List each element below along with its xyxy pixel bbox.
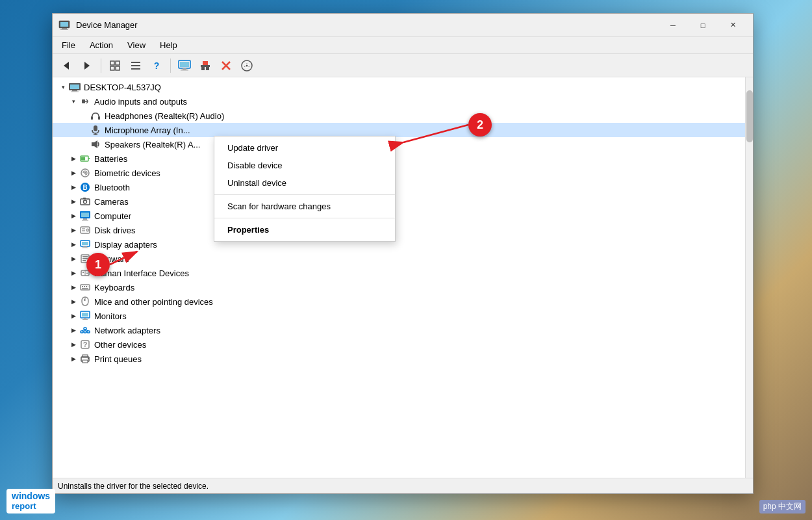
svg-rect-16 [181, 70, 188, 71]
hid-expander[interactable]: ▶ [68, 268, 79, 278]
svg-rect-42 [81, 157, 85, 161]
device-manager-window: Device Manager ─ □ ✕ File Action View He… [52, 13, 754, 494]
svg-rect-11 [131, 65, 140, 66]
context-update-driver[interactable]: Update driver [214, 139, 395, 157]
view-grid2-button[interactable] [126, 57, 146, 75]
root-label: DESKTOP-4L537JQ [84, 83, 161, 92]
mice-icon [79, 295, 92, 308]
context-disable-device[interactable]: Disable device [214, 157, 395, 174]
tree-item-speakers[interactable]: Speakers (Realtek(R) A... [53, 137, 745, 151]
batteries-expander[interactable]: ▶ [68, 153, 79, 164]
print-expander[interactable]: ▶ [68, 354, 79, 364]
keyboards-expander[interactable]: ▶ [68, 282, 79, 292]
svg-rect-52 [81, 213, 89, 217]
svg-marker-5 [84, 62, 90, 70]
toolbar-sep-1 [101, 58, 101, 73]
speakers-label: Speakers (Realtek(R) A... [105, 140, 200, 150]
svg-rect-2 [62, 28, 67, 29]
display-icon [79, 238, 92, 251]
minimize-button[interactable]: ─ [658, 15, 688, 36]
download-button[interactable] [237, 57, 257, 75]
menu-action[interactable]: Action [83, 39, 120, 51]
svg-rect-55 [81, 227, 90, 233]
root-expander[interactable]: ▾ [58, 82, 68, 92]
back-button[interactable] [57, 57, 76, 75]
tree-panel[interactable]: ▾ DESKTOP-4L537JQ ▾ [53, 77, 745, 478]
svg-rect-20 [203, 61, 208, 65]
svg-rect-38 [92, 142, 94, 146]
headphones-expander [79, 110, 89, 121]
svg-rect-71 [86, 272, 88, 272]
tree-item-computer[interactable]: ▶ Computer [53, 209, 745, 223]
tree-root[interactable]: ▾ DESKTOP-4L537JQ [53, 80, 745, 94]
network-expander[interactable]: ▶ [68, 325, 79, 335]
computer-expander[interactable]: ▶ [68, 211, 79, 221]
tree-item-batteries[interactable]: ▶ Batteries [53, 151, 745, 166]
tree-item-audio[interactable]: ▾ Audio inputs and outputs [53, 94, 745, 109]
biometric-label: Biometric devices [94, 168, 160, 178]
display-label: Display adapters [94, 240, 157, 250]
display-expander[interactable]: ▶ [68, 239, 79, 250]
forward-button[interactable] [77, 57, 97, 75]
tree-item-biometric[interactable]: ▶ Biometric devices [53, 166, 745, 180]
svg-rect-62 [83, 246, 87, 248]
bluetooth-expander[interactable]: ▶ [68, 182, 79, 192]
menu-file[interactable]: File [55, 39, 82, 51]
svg-rect-29 [70, 84, 79, 89]
monitors-expander[interactable]: ▶ [68, 311, 79, 321]
svg-marker-4 [64, 62, 69, 70]
other-icon: ? [79, 338, 92, 351]
tree-item-firmware[interactable]: ▶ Firmware [53, 252, 745, 266]
context-scan-hardware[interactable]: Scan for hardware changes [214, 198, 395, 215]
monitor-button[interactable] [175, 57, 194, 75]
other-expander[interactable]: ▶ [68, 339, 79, 350]
close-button[interactable]: ✕ [718, 15, 748, 36]
scrollbar-thumb[interactable] [746, 90, 753, 142]
biometric-expander[interactable]: ▶ [68, 168, 79, 178]
svg-rect-76 [86, 286, 87, 287]
scrollbar-track[interactable] [745, 77, 753, 478]
network-label: Network adapters [94, 326, 160, 335]
svg-rect-34 [98, 116, 100, 120]
mic-expander [79, 125, 89, 135]
menu-help[interactable]: Help [153, 39, 184, 51]
tree-item-mice[interactable]: ▶ Mice and other pointing devices [53, 294, 745, 309]
maximize-button[interactable]: □ [688, 15, 718, 36]
tree-item-print[interactable]: ▶ Print queues [53, 352, 745, 366]
svg-rect-54 [82, 220, 88, 221]
svg-rect-31 [71, 92, 79, 92]
tree-item-monitors[interactable]: ▶ Monitors [53, 309, 745, 323]
tree-item-cameras[interactable]: ▶ Cameras [53, 194, 745, 209]
diskdrives-expander[interactable]: ▶ [68, 225, 79, 235]
tree-item-hid[interactable]: ▶ Human Interface Devices [53, 266, 745, 280]
batteries-icon [79, 152, 92, 165]
help-button[interactable]: ? [147, 57, 166, 75]
svg-rect-83 [84, 318, 86, 319]
tree-item-headphones[interactable]: Headphones (Realtek(R) Audio) [53, 109, 745, 123]
tree-item-keyboards[interactable]: ▶ Keyboards [53, 280, 745, 294]
svg-rect-8 [110, 66, 114, 70]
tree-item-display[interactable]: ▶ Display adapters [53, 237, 745, 252]
menu-view[interactable]: View [121, 39, 152, 51]
mice-expander[interactable]: ▶ [68, 296, 79, 307]
tree-item-bluetooth[interactable]: ▶ B Bluetooth [53, 180, 745, 194]
tree-item-diskdrives[interactable]: ▶ Disk drives [53, 223, 745, 237]
update-driver-button[interactable] [196, 57, 215, 75]
audio-expander[interactable]: ▾ [68, 96, 79, 107]
svg-rect-35 [94, 125, 97, 131]
tree-item-network[interactable]: ▶ Network adapters [53, 323, 745, 337]
svg-rect-85 [81, 331, 83, 333]
context-properties[interactable]: Properties [214, 221, 395, 239]
tree-item-other[interactable]: ▶ ? Other devices [53, 337, 745, 352]
mic-icon [89, 124, 102, 136]
firmware-expander[interactable]: ▶ [68, 254, 79, 264]
svg-rect-17 [201, 65, 210, 67]
svg-rect-9 [116, 66, 120, 70]
view-grid1-button[interactable] [105, 57, 125, 75]
content-area: ▾ DESKTOP-4L537JQ ▾ [53, 77, 753, 478]
context-sep-2 [214, 218, 395, 218]
context-uninstall-device[interactable]: Uninstall device [214, 174, 395, 192]
tree-item-microphone[interactable]: Microphone Array (In... [53, 123, 745, 137]
remove-button[interactable] [216, 57, 236, 75]
cameras-expander[interactable]: ▶ [68, 196, 79, 207]
